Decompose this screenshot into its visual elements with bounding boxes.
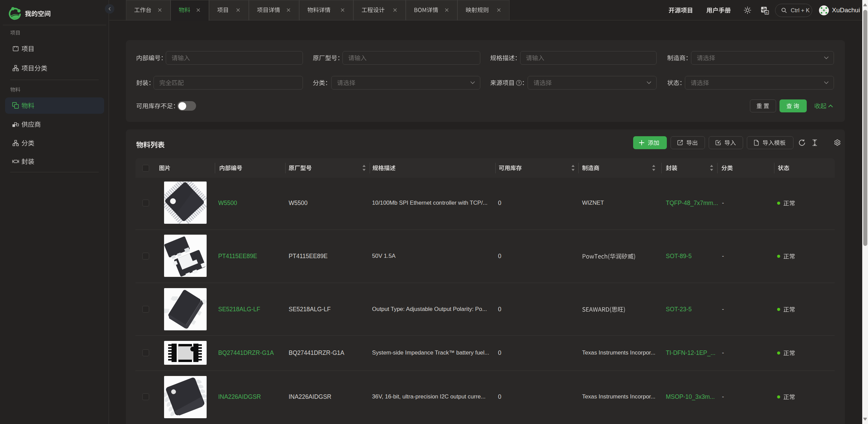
svg-text:n: n bbox=[766, 11, 767, 14]
